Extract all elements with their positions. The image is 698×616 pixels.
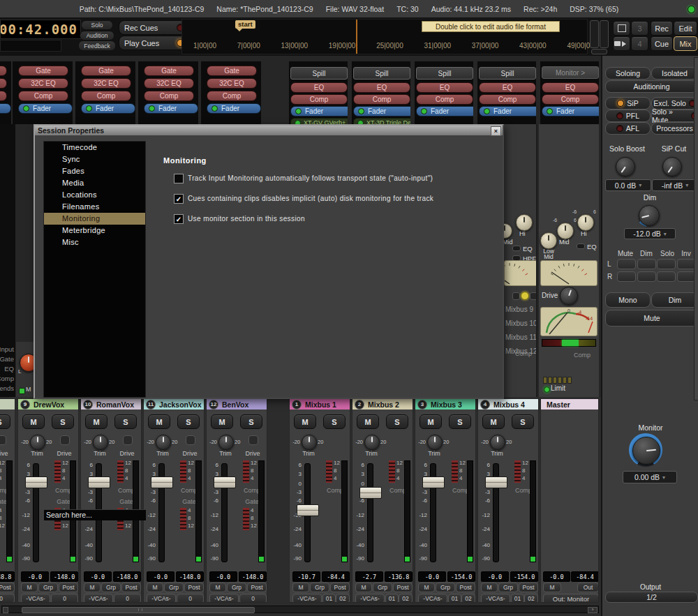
output-button[interactable]: 1/2 bbox=[605, 592, 698, 603]
solo-boost-knob[interactable] bbox=[616, 157, 635, 176]
processor-button-comp[interactable]: Comp bbox=[0, 91, 7, 101]
sip-cut-knob[interactable] bbox=[662, 157, 682, 176]
strip-solo-button[interactable]: S bbox=[240, 414, 262, 429]
fader-handle[interactable] bbox=[485, 476, 507, 488]
fader-button[interactable]: Fader bbox=[207, 103, 261, 114]
fader-handle[interactable] bbox=[297, 504, 319, 516]
matrix-cell-l-dim[interactable] bbox=[637, 259, 656, 269]
mute-small-button[interactable]: M bbox=[543, 583, 561, 592]
gain-value-box[interactable]: -10.7 bbox=[292, 571, 320, 582]
fader-handle[interactable] bbox=[359, 487, 382, 499]
secondary-clock[interactable] bbox=[0, 40, 61, 52]
plugin-button[interactable]: XT-GV GVerb+ bbox=[290, 118, 348, 124]
matrix-cell-l-mute[interactable] bbox=[617, 259, 636, 269]
output-assign-button-2[interactable]: 02 bbox=[399, 594, 413, 603]
processor-button-comp[interactable]: Comp bbox=[207, 91, 257, 101]
fader-button[interactable]: Fader bbox=[416, 106, 473, 117]
post-button[interactable]: Post bbox=[184, 583, 204, 592]
dialog-list-item-monitoring[interactable]: Monitoring bbox=[44, 213, 145, 225]
processors-button[interactable]: Processors bbox=[651, 122, 698, 135]
dim-dropdown[interactable]: -12.0 dB bbox=[624, 228, 676, 239]
strip-mute-button[interactable]: M bbox=[357, 414, 379, 429]
mute-small-button[interactable]: M bbox=[355, 583, 372, 592]
output-assign-button[interactable]: 0 bbox=[177, 594, 204, 603]
vca-button[interactable]: -VCAs- bbox=[418, 594, 447, 603]
tape-button[interactable] bbox=[613, 36, 630, 51]
strip-mute-button[interactable]: M bbox=[148, 414, 170, 429]
trim-knob[interactable] bbox=[30, 435, 45, 450]
processor-button-comp[interactable]: Comp bbox=[353, 94, 410, 105]
group-button[interactable]: Grp bbox=[164, 583, 184, 592]
spill-button[interactable]: Spill bbox=[416, 67, 473, 80]
close-icon[interactable]: × bbox=[491, 126, 501, 136]
fader-handle[interactable] bbox=[88, 476, 110, 488]
out-button[interactable]: Out bbox=[577, 583, 599, 592]
output-route-button[interactable]: Out: Monitor bbox=[543, 594, 599, 603]
strip-mute-button[interactable]: M bbox=[22, 414, 45, 429]
start-marker[interactable]: start bbox=[235, 20, 255, 29]
post-button[interactable]: Post bbox=[0, 583, 15, 592]
output-assign-button[interactable]: 0 bbox=[0, 594, 15, 603]
group-button[interactable]: Grp bbox=[436, 583, 455, 592]
gain-value-box[interactable]: -0.0 bbox=[147, 571, 174, 582]
post-button[interactable]: Post bbox=[121, 583, 141, 592]
master-eq-mid-knob[interactable] bbox=[557, 223, 574, 239]
vca-button[interactable]: -VCAs- bbox=[481, 594, 510, 603]
processor-button-gate[interactable]: Gate bbox=[18, 66, 68, 76]
strip-name-tab[interactable] bbox=[0, 399, 15, 410]
strip-solo-button[interactable]: S bbox=[449, 414, 471, 429]
dialog-list-item-filenames[interactable]: Filenames bbox=[44, 201, 145, 213]
drive-button[interactable] bbox=[186, 435, 195, 445]
group-button[interactable]: Grp bbox=[498, 583, 518, 592]
processor-button-comp[interactable]: Comp bbox=[81, 91, 131, 101]
monitor-level-knob[interactable] bbox=[632, 437, 660, 465]
strip-name-tab[interactable]: 11JacksonVox bbox=[144, 399, 204, 410]
matrix-cell-r-mute[interactable] bbox=[617, 271, 636, 282]
processor-button-eq[interactable]: EQ bbox=[542, 82, 599, 93]
strip-name-tab[interactable]: 9DrewVox bbox=[18, 399, 78, 410]
scrollbar-left-nub[interactable] bbox=[3, 607, 8, 613]
post-button[interactable]: Post bbox=[59, 583, 78, 592]
output-assign-button-2[interactable]: 02 bbox=[336, 594, 350, 603]
peak-value-box[interactable]: -148.0 bbox=[113, 571, 141, 582]
dialog-list-item-media[interactable]: Media bbox=[44, 177, 145, 189]
strip-mute-button[interactable]: M bbox=[85, 414, 107, 429]
gain-value-box[interactable]: -0.0 bbox=[543, 571, 570, 582]
processor-button-eq[interactable]: EQ bbox=[290, 82, 348, 93]
matrix-cell-r-solo[interactable] bbox=[657, 271, 676, 282]
send-button-11[interactable]: Mixbus 11 bbox=[505, 333, 536, 344]
send-button-9[interactable]: Mixbus 9 bbox=[505, 306, 536, 316]
strip-solo-button[interactable]: S bbox=[114, 414, 137, 429]
drive-button[interactable] bbox=[123, 435, 133, 445]
shuttle-slider-right[interactable] bbox=[600, 20, 609, 48]
strip-solo-button[interactable]: S bbox=[386, 414, 408, 429]
peak-value-box[interactable]: -136.8 bbox=[385, 571, 413, 582]
fader-handle[interactable] bbox=[422, 476, 445, 488]
group-button[interactable]: Grp bbox=[310, 583, 329, 592]
strip-solo-button[interactable]: S bbox=[323, 414, 346, 429]
strip-name-tab[interactable]: 1Mixbus 1 bbox=[290, 399, 350, 410]
strip-solo-button[interactable]: S bbox=[512, 414, 534, 429]
processor-button-gate[interactable]: Gate bbox=[144, 66, 194, 76]
output-assign-button-1[interactable]: 01 bbox=[511, 594, 524, 603]
bus-eq-in-button[interactable]: EQ bbox=[512, 244, 536, 253]
gain-value-box[interactable]: -0.0 bbox=[209, 571, 237, 582]
post-button[interactable]: Post bbox=[330, 583, 350, 592]
processor-button-32c-eq[interactable]: 32C EQ bbox=[0, 78, 7, 89]
peak-value-box[interactable]: -148.0 bbox=[176, 571, 204, 582]
output-assign-button[interactable]: 0 bbox=[114, 594, 141, 603]
fader-button[interactable]: Fader bbox=[479, 106, 536, 117]
vca-button[interactable]: -VCAs- bbox=[292, 594, 322, 603]
pfl-button[interactable]: PFL bbox=[605, 110, 651, 122]
mute-small-button[interactable]: M bbox=[292, 583, 309, 592]
fader-handle[interactable] bbox=[214, 476, 236, 488]
shuttle-slider-left[interactable] bbox=[590, 20, 599, 48]
trim-knob[interactable] bbox=[364, 435, 380, 450]
gain-value-box[interactable]: -2.7 bbox=[355, 571, 383, 582]
dialog-titlebar[interactable]: Session Properties bbox=[35, 126, 503, 135]
processor-button-gate[interactable]: Gate bbox=[0, 66, 7, 76]
scrollbar-thumb[interactable] bbox=[22, 607, 255, 613]
mono-button[interactable]: Mono bbox=[605, 292, 651, 308]
trim-knob[interactable] bbox=[218, 435, 234, 450]
master-eq-in-button[interactable]: EQ bbox=[577, 242, 597, 250]
